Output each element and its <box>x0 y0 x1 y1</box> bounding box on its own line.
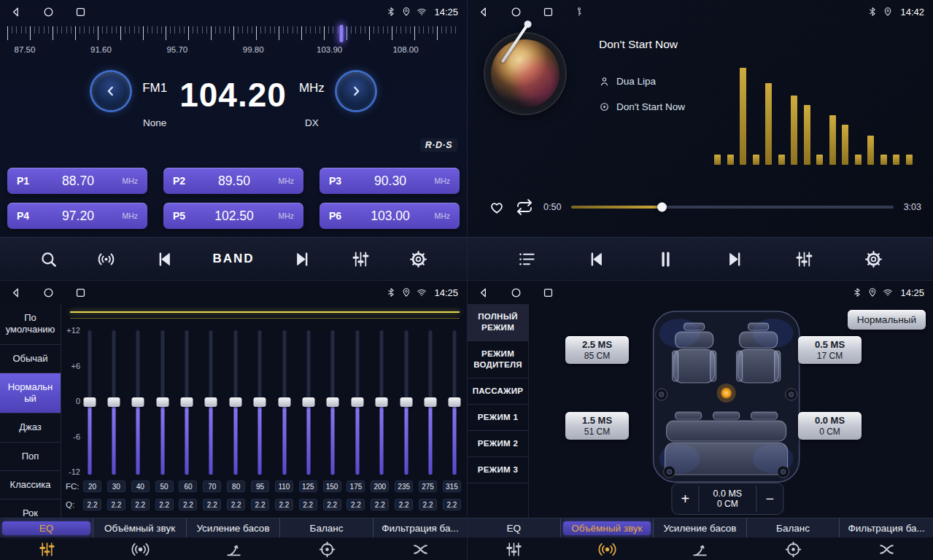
back-icon[interactable] <box>10 6 23 18</box>
settings-icon[interactable] <box>864 249 883 269</box>
delay-plus-button[interactable]: + <box>672 483 698 514</box>
preset-button[interactable]: P6 103.00 MHz <box>320 203 460 229</box>
eq-preset-item[interactable]: Классика <box>0 471 61 499</box>
rear-left-delay-button[interactable]: 1.5 MS 51 CM <box>565 412 629 440</box>
settings-icon[interactable] <box>409 249 428 269</box>
next-station-icon[interactable] <box>293 249 312 269</box>
audio-tab[interactable]: EQ <box>468 518 561 560</box>
eq-slider-handle[interactable] <box>376 397 388 407</box>
audio-tab[interactable]: Объёмный звук <box>93 518 187 560</box>
eq-preset-item[interactable]: Джаз <box>0 413 61 442</box>
eq-slider-handle[interactable] <box>107 397 120 407</box>
search-icon[interactable] <box>39 249 58 269</box>
eq-band-slider[interactable] <box>156 330 169 475</box>
eq-band-slider[interactable] <box>351 330 363 475</box>
eq-slider-handle[interactable] <box>351 397 363 407</box>
audio-tab[interactable]: Усиление басов <box>187 518 280 560</box>
front-right-delay-button[interactable]: 0.5 MS 17 CM <box>798 336 862 364</box>
tune-down-button[interactable] <box>92 72 130 110</box>
eq-slider-handle[interactable] <box>400 397 412 407</box>
surround-preset-button[interactable]: Нормальный <box>848 310 926 330</box>
recents-icon[interactable] <box>74 287 87 299</box>
front-left-delay-button[interactable]: 2.5 MS 85 CM <box>565 336 629 364</box>
eq-preset-item[interactable]: Поп <box>0 443 61 471</box>
listening-position-marker[interactable] <box>721 388 732 399</box>
tune-up-button[interactable] <box>337 72 375 110</box>
eq-band-slider[interactable] <box>254 330 266 475</box>
eq-band-slider[interactable] <box>278 330 290 475</box>
eq-slider-handle[interactable] <box>278 397 290 407</box>
preset-button[interactable]: P3 90.30 MHz <box>320 168 460 194</box>
home-icon[interactable] <box>42 6 55 18</box>
audio-tab[interactable]: EQ <box>0 518 93 560</box>
eq-band-slider[interactable] <box>205 330 217 475</box>
eq-band-slider[interactable] <box>132 330 144 475</box>
eq-band-slider[interactable] <box>327 330 339 475</box>
eq-preset-item[interactable]: По умолчанию <box>0 304 61 345</box>
eq-slider-handle[interactable] <box>132 397 144 407</box>
eq-band-slider[interactable] <box>424 330 436 475</box>
listening-mode-item[interactable]: ПАССАЖИР <box>468 378 528 405</box>
eq-slider-handle[interactable] <box>449 397 461 407</box>
eq-slider-handle[interactable] <box>254 397 266 407</box>
recents-icon[interactable] <box>542 6 554 18</box>
repeat-icon[interactable] <box>516 198 533 216</box>
eq-band-slider[interactable] <box>303 330 315 475</box>
eq-slider-handle[interactable] <box>205 397 217 407</box>
next-track-icon[interactable] <box>725 249 745 269</box>
home-icon[interactable] <box>510 6 522 18</box>
back-icon[interactable] <box>478 287 490 299</box>
preset-button[interactable]: P2 89.50 MHz <box>163 168 303 194</box>
listening-mode-item[interactable]: РЕЖИМ 3 <box>468 457 528 483</box>
rear-right-delay-button[interactable]: 0.0 MS 0 CM <box>798 412 862 440</box>
eq-band-slider[interactable] <box>107 330 120 475</box>
listening-mode-item[interactable]: РЕЖИМ 2 <box>468 431 528 457</box>
recents-icon[interactable] <box>542 287 554 299</box>
eq-band-slider[interactable] <box>400 330 412 475</box>
listening-mode-item[interactable]: РЕЖИМ ВОДИТЕЛЯ <box>468 341 528 378</box>
preset-button[interactable]: P5 102.50 MHz <box>163 203 303 229</box>
back-icon[interactable] <box>478 6 490 18</box>
previous-track-icon[interactable] <box>586 249 606 269</box>
audio-tab[interactable]: Объёмный звук <box>561 518 654 560</box>
eq-band-slider[interactable] <box>449 330 461 475</box>
eq-band-slider[interactable] <box>83 330 96 475</box>
scan-stations-icon[interactable] <box>96 249 116 269</box>
preset-button[interactable]: P4 97.20 MHz <box>7 203 147 229</box>
eq-preset-item[interactable]: Рок <box>0 499 61 518</box>
equalizer-icon[interactable] <box>351 249 371 269</box>
eq-band-slider[interactable] <box>181 330 193 475</box>
eq-slider-handle[interactable] <box>156 397 169 407</box>
eq-band-slider[interactable] <box>376 330 388 475</box>
audio-tab[interactable]: Усиление басов <box>654 518 747 560</box>
home-icon[interactable] <box>510 287 522 299</box>
eq-band-slider[interactable] <box>229 330 241 475</box>
frequency-indicator[interactable] <box>340 25 344 42</box>
eq-preset-item[interactable]: Нормальный <box>0 373 61 414</box>
favorite-icon[interactable] <box>488 198 506 216</box>
eq-slider-handle[interactable] <box>327 397 339 407</box>
pause-icon[interactable] <box>656 249 675 269</box>
previous-station-icon[interactable] <box>155 249 174 269</box>
eq-slider-handle[interactable] <box>181 397 193 407</box>
audio-tab[interactable]: Фильтрация ба... <box>373 518 467 560</box>
listening-mode-item[interactable]: ПОЛНЫЙ РЕЖИМ <box>468 304 528 341</box>
home-icon[interactable] <box>42 287 55 299</box>
back-icon[interactable] <box>10 287 23 299</box>
eq-slider-handle[interactable] <box>229 397 241 407</box>
seek-thumb[interactable] <box>657 203 667 212</box>
eq-preset-item[interactable]: Обычай <box>0 345 61 373</box>
equalizer-icon[interactable] <box>794 249 814 269</box>
preset-button[interactable]: P1 88.70 MHz <box>7 168 147 194</box>
playlist-icon[interactable] <box>517 249 537 269</box>
listening-mode-item[interactable]: РЕЖИМ 1 <box>468 405 528 431</box>
seek-bar[interactable] <box>571 206 893 209</box>
eq-slider-handle[interactable] <box>83 397 96 407</box>
delay-minus-button[interactable]: − <box>756 483 783 514</box>
audio-tab[interactable]: Баланс <box>747 518 840 560</box>
audio-tab[interactable]: Баланс <box>280 518 373 560</box>
audio-tab[interactable]: Фильтрация ба... <box>840 518 933 560</box>
recents-icon[interactable] <box>74 6 87 18</box>
eq-slider-handle[interactable] <box>424 397 436 407</box>
eq-slider-handle[interactable] <box>303 397 315 407</box>
